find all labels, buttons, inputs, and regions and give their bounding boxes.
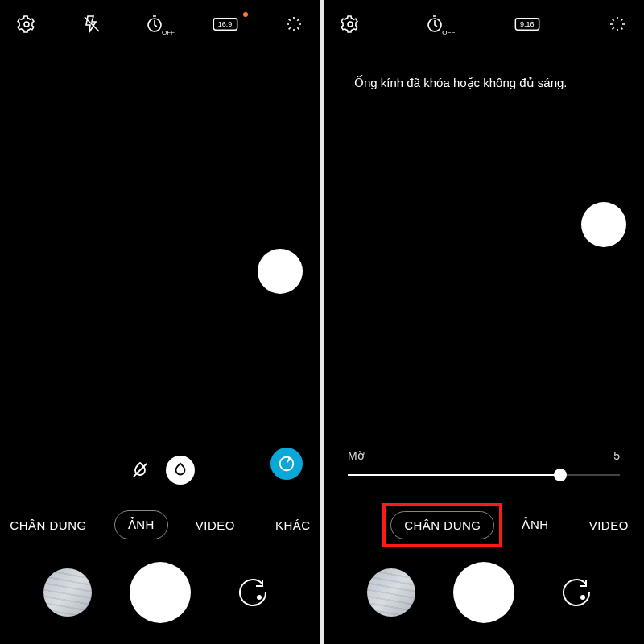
slider-label-left: Mờ: [348, 449, 365, 462]
floating-shutter-button[interactable]: [581, 202, 626, 247]
shutter-button[interactable]: [453, 562, 514, 623]
mode-video[interactable]: VIDEO: [576, 512, 642, 539]
mode-video[interactable]: VIDEO: [183, 512, 248, 539]
mode-photo[interactable]: ẢNH: [509, 511, 561, 539]
aspect-ratio-icon[interactable]: 9:16: [513, 14, 542, 35]
mode-selector[interactable]: CHÂN DUNG ẢNH VIDEO KHÁC: [0, 494, 320, 555]
slider-label-right: 5: [613, 449, 620, 462]
switch-camera-button[interactable]: [229, 568, 277, 617]
slider-track[interactable]: [348, 467, 620, 483]
mode-portrait[interactable]: CHÂN DUNG: [0, 512, 100, 539]
indicator-dot: [243, 12, 248, 17]
flash-off-icon[interactable]: [81, 14, 102, 35]
lens-warning-text: Ống kính đã khóa hoặc không đủ sáng.: [354, 74, 613, 91]
gallery-thumbnail[interactable]: [367, 568, 415, 617]
settings-icon[interactable]: [340, 14, 361, 35]
aspect-ratio-icon[interactable]: 16:9: [211, 14, 240, 35]
timer-label: OFF: [442, 29, 455, 36]
mode-photo[interactable]: ẢNH: [114, 510, 168, 539]
topbar: OFF 9:16: [324, 0, 644, 48]
svg-point-9: [581, 596, 584, 599]
shutter-button[interactable]: [130, 562, 191, 623]
svg-point-0: [24, 22, 29, 27]
topbar: OFF 16:9: [0, 0, 320, 48]
timer-off-icon[interactable]: OFF: [146, 14, 167, 35]
floating-shutter-button[interactable]: [258, 249, 303, 294]
slider-thumb[interactable]: [554, 469, 567, 481]
beauty-on-icon[interactable]: [166, 456, 195, 485]
filter-toggle-row: [0, 456, 320, 485]
magic-icon[interactable]: [607, 14, 628, 35]
aspect-ratio-label: 16:9: [218, 20, 233, 28]
viewfinder[interactable]: [0, 48, 320, 494]
svg-point-5: [258, 596, 261, 599]
mode-portrait[interactable]: CHÂN DUNG: [390, 511, 494, 539]
blur-slider: Mờ 5: [324, 449, 644, 494]
svg-point-6: [348, 22, 353, 27]
timer-label: OFF: [162, 29, 175, 36]
settings-icon[interactable]: [16, 14, 37, 35]
beauty-off-icon[interactable]: [126, 456, 155, 485]
magic-icon[interactable]: [283, 14, 304, 35]
aspect-ratio-label: 9:16: [520, 20, 535, 28]
viewfinder[interactable]: Ống kính đã khóa hoặc không đủ sáng.: [324, 48, 644, 449]
mode-selector[interactable]: CHÂN DUNG ẢNH VIDEO: [324, 494, 644, 555]
mode-more[interactable]: KHÁC: [262, 512, 320, 539]
bottom-controls: [324, 555, 644, 644]
switch-camera-button[interactable]: [552, 568, 601, 617]
phone-screen-left: OFF 16:9 CHÂN DUNG ẢNH VIDEO KHÁC: [0, 0, 320, 644]
effects-button[interactable]: [270, 448, 303, 480]
phone-screen-right: OFF 9:16 Ống kính đã khóa hoặc không đủ …: [324, 0, 644, 644]
gallery-thumbnail[interactable]: [43, 568, 92, 617]
timer-off-icon[interactable]: OFF: [426, 14, 447, 35]
bottom-controls: [0, 555, 320, 644]
